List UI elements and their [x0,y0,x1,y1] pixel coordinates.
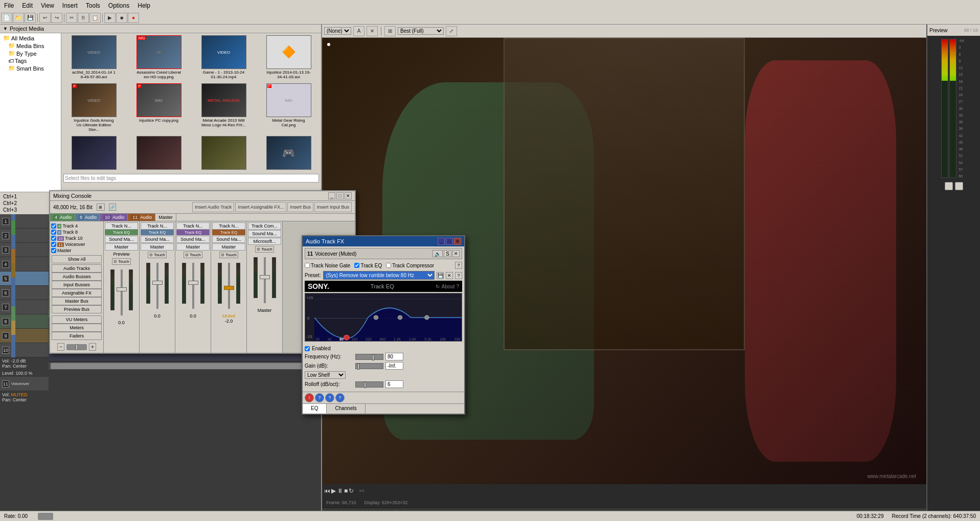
master-bus-btn[interactable]: Master Bus [52,297,102,305]
paste-btn[interactable]: 📋 [89,13,101,23]
audio-busses-btn[interactable]: Audio Busses [52,273,102,281]
eq-filtertype-dropdown[interactable]: Low Shelf High Shelf Band Notch High Pas… [305,371,346,379]
preview-expand-btn[interactable]: ⤢ [446,26,457,36]
timeline-scrollbar-thumb[interactable] [51,363,319,369]
eq-rolloff-slider-thumb[interactable] [364,382,366,388]
menu-view[interactable]: View [37,1,58,10]
faders-btn[interactable]: Faders [52,332,102,340]
track-item-2[interactable]: 2 [0,229,49,243]
track-10-checkbox-label[interactable]: 10 Track 10 [51,236,102,241]
play-btn[interactable]: ▶ [104,13,116,23]
new-btn[interactable]: 📄 [1,13,12,23]
track-4-checkbox[interactable] [51,223,56,229]
master-fader-knob[interactable] [260,275,270,279]
track4-eq-label[interactable]: Track EQ [105,230,138,235]
track-4-checkbox-label[interactable]: 4 Track 4 [51,223,102,229]
cut-btn[interactable]: ✂ [66,13,77,23]
preview-bus-btn[interactable]: Preview Bus [52,305,102,313]
voiceover-fader-knob[interactable] [224,286,234,290]
preview-pause-btn[interactable]: ⏸ [337,487,343,494]
sony-about-btn[interactable]: About ? [442,284,459,289]
track-item-5[interactable]: 5 [0,271,49,286]
fader-knob-l[interactable] [945,182,953,190]
media-item-9[interactable] [63,136,124,171]
eq-filter-icon-3[interactable]: ? [325,393,334,402]
status-scroll[interactable] [38,513,53,520]
pan-slider[interactable] [66,344,87,350]
fx-preset-help-btn[interactable]: ? [455,272,462,279]
track4-fader-knob[interactable] [117,287,127,291]
media-item-2[interactable]: IMG 🎮 Assassins Creed Liberation HD copy… [128,35,189,79]
fx-preset-clear-btn[interactable]: ✕ [446,272,453,279]
mc-master-tab[interactable]: Master [155,214,176,221]
media-item-4[interactable]: 🔶 Injustice 2014-01-13 19-34-41-03.avi [258,35,319,79]
preview-play-btn[interactable]: ▶ [331,487,336,494]
fx-dialog-maximize-btn[interactable]: □ [446,238,453,245]
menu-tools[interactable]: Tools [82,1,104,10]
preview-btn-2[interactable]: ✕ [367,26,378,36]
mc-insert-audio-btn[interactable]: Insert Audio Track [192,202,234,212]
eq-gain-slider[interactable] [355,363,383,369]
eq-gain-input[interactable] [385,362,403,370]
mc-insert-bus-btn[interactable]: Insert Bus [287,202,313,212]
mixing-console-minimize-btn[interactable]: _ [328,192,335,199]
mc-track-8-tab[interactable]: 8 Audio [75,214,100,221]
track-item-1[interactable]: 1 [0,214,49,229]
track-eq-label[interactable]: Track EQ [354,263,382,268]
menu-insert[interactable]: Insert [58,1,82,10]
master-checkbox-label[interactable]: Master [51,248,102,253]
mixing-console-maximize-btn[interactable]: □ [336,192,344,199]
media-item-5[interactable]: P VIDEO Injustice Gods Among Us Ultimate… [63,83,124,132]
voiceover-touch-btn[interactable]: ⊙ Touch [219,252,238,258]
mixing-console-link-btn[interactable]: 🔗 [109,203,116,211]
eq-freq-slider-thumb[interactable] [372,354,374,360]
eq-tab-channels[interactable]: Channels [327,404,365,414]
track10-eq-label[interactable]: Track EQ [176,230,210,235]
track-eq-checkbox[interactable] [354,263,359,268]
track-8-checkbox-label[interactable]: 8 Track 8 [51,230,102,235]
copy-btn[interactable]: ⎘ [78,13,89,23]
assignable-fx-btn[interactable]: Assignable FX [52,289,102,297]
tree-smart-bins[interactable]: 📁Smart Bins [1,64,60,72]
track10-fader-knob[interactable] [188,281,198,285]
fx-mute-btn[interactable]: 🔈 [432,250,443,257]
media-item-7[interactable]: METAL ARCADE Metal Arcade 2013 Will Moss… [193,83,254,132]
eq-gain-slider-thumb[interactable] [357,364,359,370]
open-btn[interactable]: 📁 [13,13,24,23]
tree-tags[interactable]: 🏷Tags [1,57,60,64]
preview-rewind-btn[interactable]: ⏮ [324,487,330,494]
audio-tracks-btn[interactable]: Audio Tracks [52,264,102,273]
eq-filter-icon-1[interactable]: ! [305,393,314,402]
media-item-3[interactable]: VIDEO Game - 1 - 2013-10-24 01-30-24.mp4 [193,35,254,79]
track-item-9[interactable]: 9 [0,329,49,343]
fx-dialog-minimize-btn[interactable]: _ [438,238,445,245]
fx-question-btn[interactable]: ? [455,262,462,269]
undo-btn[interactable]: ↩ [39,13,51,23]
mc-track-11-tab[interactable]: 11 Audio [128,214,155,221]
track8-eq-label[interactable]: Track EQ [141,230,174,235]
fx-close-small-btn[interactable]: ✕ [452,250,460,257]
preview-source-dropdown[interactable]: (None) [324,27,351,35]
fx-preset-dropdown[interactable]: (Sys) Remove low rumble below 80 Hz [323,271,435,280]
media-item-10[interactable] [128,136,189,171]
record-btn[interactable]: ● [128,13,139,23]
eq-tab-eq[interactable]: EQ [303,404,327,414]
pan-slider-thumb[interactable] [76,344,78,350]
track-item-3[interactable]: 3 [0,243,49,257]
menu-edit[interactable]: Edit [18,1,37,10]
track-8-checkbox[interactable] [51,230,56,235]
track-item-8[interactable]: 8 [0,314,49,329]
voiceover-eq-label[interactable]: Track EQ [212,230,245,235]
tree-by-type[interactable]: 📁By Type [1,50,60,57]
master-checkbox[interactable] [51,248,56,253]
input-busses-btn[interactable]: Input Busses [52,281,102,289]
track-item-4[interactable]: 4 [0,257,49,271]
fx-preset-save-btn[interactable]: 💾 [437,272,444,279]
track-item-10[interactable]: 10 [0,343,49,357]
eq-enabled-checkbox[interactable] [305,346,310,351]
mixing-console-close-btn[interactable]: ✕ [345,192,352,199]
preview-loop-btn[interactable]: ↻ [349,487,354,494]
track-compressor-label[interactable]: Track Compressor [386,263,434,268]
eq-filter-icon-2[interactable]: ? [315,393,324,402]
sony-circular-btn[interactable]: ↻ [436,284,440,289]
